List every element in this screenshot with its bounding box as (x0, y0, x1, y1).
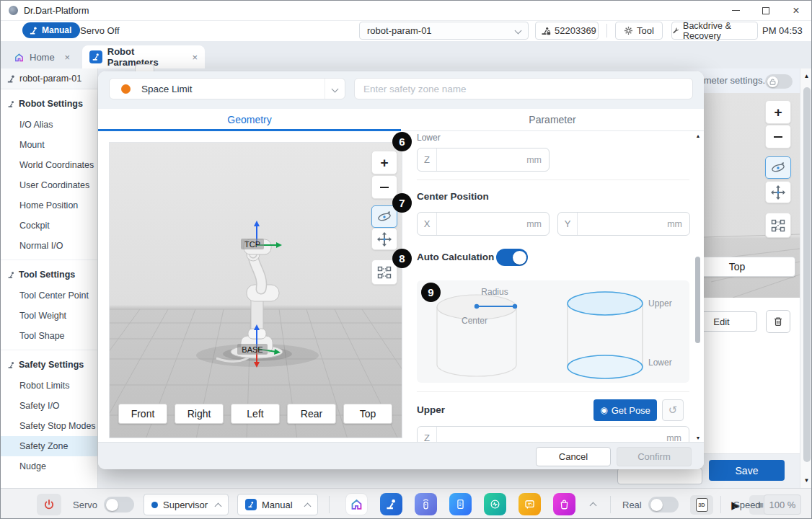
sidebar-item-robot-limits[interactable]: Robot Limits (1, 376, 97, 396)
app-monitoring-icon[interactable] (484, 493, 506, 515)
get-pose-button[interactable]: ◉ Get Pose (593, 399, 657, 421)
dialog-3d-viewport[interactable]: TCP BASE + (109, 142, 402, 438)
app-store-icon[interactable] (553, 493, 575, 515)
backdrive-recovery-button[interactable]: Backdrive & Recovery (671, 22, 758, 40)
save-button[interactable]: Save (709, 460, 785, 481)
zoom-out-button[interactable] (371, 175, 397, 199)
step-badge-7: 7 (392, 193, 412, 213)
mode-select[interactable]: Manual (237, 494, 318, 515)
power-button[interactable] (37, 494, 61, 515)
unit-label: mm (667, 219, 682, 229)
sidebar-item-world-coordinates[interactable]: World Coordinates (1, 155, 97, 175)
toolbar-divider (606, 24, 607, 37)
app-remote-icon[interactable] (415, 493, 437, 515)
scroll-down-icon[interactable]: ▼ (694, 435, 702, 440)
sidebar-item-user-coordinates[interactable]: User Coordinates (1, 175, 97, 195)
clock-text: PM 04:53 (762, 25, 803, 36)
view-front-button[interactable]: Front (118, 404, 167, 424)
servo-toggle[interactable] (104, 497, 134, 513)
power-icon (43, 499, 55, 510)
view-rear-button[interactable]: Rear (287, 404, 336, 424)
sidebar-item-normal-io[interactable]: Normal I/O (1, 236, 97, 256)
mode-badge-label: Manual (42, 25, 71, 35)
app-home-icon[interactable] (345, 493, 368, 515)
robot-arm-icon (29, 26, 38, 35)
delete-button[interactable] (766, 310, 790, 333)
bg-zoom-out-button[interactable] (765, 125, 791, 148)
tab-close-icon[interactable]: × (64, 52, 70, 63)
dock-expand-chevron-icon[interactable] (590, 502, 597, 510)
mode-select-value: Manual (262, 500, 293, 510)
tab-parameter[interactable]: Parameter (401, 109, 704, 130)
home-icon (14, 52, 25, 63)
bg-measure-button[interactable] (765, 213, 791, 238)
settings-lock-toggle[interactable] (765, 74, 793, 89)
sidebar-item-io-alias[interactable]: I/O Alias (1, 115, 97, 135)
zone-name-input[interactable] (354, 78, 693, 99)
scroll-down-icon[interactable]: ▼ (800, 477, 812, 484)
zoom-in-button[interactable]: + (371, 151, 397, 174)
view-left-button[interactable]: Left (231, 404, 280, 424)
sidebar-item-nudge[interactable]: Nudge (1, 456, 97, 476)
sidebar-item-mount[interactable]: Mount (1, 135, 97, 155)
lower-z-input[interactable] (437, 148, 526, 171)
center-x-input[interactable] (437, 213, 526, 235)
app-robot-params-icon[interactable] (380, 493, 402, 515)
maximize-button[interactable] (751, 1, 781, 20)
bg-pan-button[interactable] (765, 181, 791, 203)
y-axis-label: Y (558, 213, 578, 235)
sidebar-item-cockpit[interactable]: Cockpit (1, 216, 97, 236)
sidebar-item-safety-stop-modes[interactable]: Safety Stop Modes (1, 416, 97, 436)
center-y-field: Y mm (557, 212, 690, 236)
dialog-scrollbar[interactable]: ▲ ▼ (694, 133, 702, 442)
minimize-button[interactable] (720, 1, 751, 20)
real-mode-toggle[interactable] (648, 497, 679, 513)
sidebar-section-robot-settings: Robot Settings I/O Alias Mount World Coo… (1, 89, 97, 256)
bg-orbit-button[interactable] (765, 156, 791, 179)
manual-mode-badge[interactable]: Manual (22, 22, 80, 38)
hidden-action-button[interactable] (617, 468, 702, 484)
main-scrollbar-thumb[interactable] (803, 87, 811, 462)
tab-close-icon[interactable]: × (192, 52, 198, 63)
gear-icon (624, 26, 633, 35)
user-role-select[interactable]: Supervisor (144, 494, 229, 515)
sidebar-robot-header[interactable]: robot-param-01 (1, 68, 97, 89)
tab-home[interactable]: Home × (6, 45, 77, 68)
main-scrollbar[interactable]: ▲ ▼ (800, 68, 812, 488)
sidebar-item-tool-center-point[interactable]: Tool Center Point (1, 285, 97, 306)
sidebar-item-tool-weight[interactable]: Tool Weight (1, 306, 97, 326)
chevron-up-icon (304, 502, 312, 510)
tab-geometry[interactable]: Geometry (98, 109, 401, 130)
tool-button[interactable]: Tool (615, 22, 663, 40)
view-right-button[interactable]: Right (175, 404, 224, 424)
cancel-button[interactable]: Cancel (536, 447, 611, 466)
sidebar-item-safety-zone[interactable]: Safety Zone (1, 436, 97, 456)
sidebar-item-home-position[interactable]: Home Position (1, 195, 97, 216)
scroll-up-icon[interactable]: ▲ (694, 133, 702, 138)
app-message-icon[interactable] (518, 493, 541, 515)
3d-viewer-button[interactable]: 3D (690, 495, 713, 515)
orbit-button[interactable] (371, 205, 397, 228)
view-top-button[interactable]: Top (343, 404, 392, 424)
z-axis-label: Z (418, 148, 437, 171)
tab-home-label: Home (30, 52, 55, 63)
taskbar-divider (720, 496, 721, 513)
speed-value[interactable]: 100 % (764, 494, 801, 515)
close-button[interactable]: × (781, 1, 811, 20)
zone-type-select[interactable]: Space Limit (109, 78, 345, 99)
confirm-button[interactable]: Confirm (617, 447, 692, 466)
center-y-input[interactable] (578, 213, 667, 235)
app-tablet-icon[interactable] (449, 493, 472, 515)
dialog-tabs: Geometry Parameter (98, 109, 704, 131)
bg-zoom-in-button[interactable]: + (765, 100, 791, 124)
dialog-scrollbar-thumb[interactable] (695, 257, 700, 343)
auto-calculation-toggle[interactable] (496, 249, 528, 266)
sidebar-section-safety-settings: Safety Settings Robot Limits Safety I/O … (1, 350, 97, 476)
controller-id-badge[interactable]: 52203369 (535, 22, 599, 40)
sidebar-item-safety-io[interactable]: Safety I/O (1, 396, 97, 416)
pan-button[interactable] (371, 228, 397, 250)
scroll-up-icon[interactable]: ▲ (800, 73, 812, 79)
robot-param-select[interactable]: robot-param-01 (359, 22, 529, 40)
sidebar-item-tool-shape[interactable]: Tool Shape (1, 326, 97, 346)
reset-pose-button[interactable]: ↺ (662, 399, 684, 421)
